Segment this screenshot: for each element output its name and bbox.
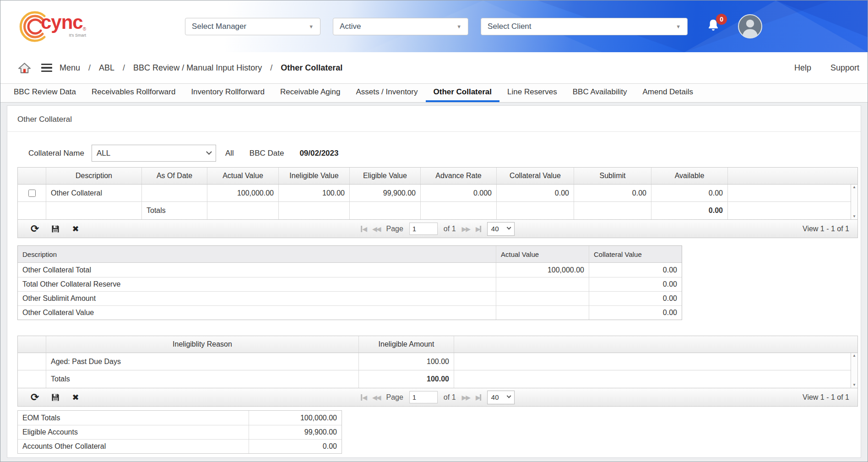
next-page-button[interactable]: ▶▶ (462, 394, 470, 401)
view-range-text: View 1 - 1 of 1 (803, 393, 849, 402)
cell-label: EOM Totals (18, 411, 249, 425)
breadcrumb-separator: / (270, 63, 272, 73)
clear-button[interactable]: ✖ (72, 225, 79, 233)
first-page-button[interactable]: ◀ (361, 225, 366, 233)
cell-advance-rate: 0.000 (421, 185, 497, 201)
page-size-select[interactable]: 40 (487, 391, 515, 404)
grid-scrollbar[interactable]: ▲ ▼ (851, 353, 857, 388)
page-of-label: of 1 (444, 225, 456, 233)
tab-receivable-aging[interactable]: Receivable Aging (272, 84, 348, 102)
col-as-of-date[interactable]: As Of Date (142, 168, 207, 184)
tab-other-collateral[interactable]: Other Collateral (426, 84, 500, 102)
page-size-value: 40 (491, 225, 499, 233)
app-window: cync® It's Smart Select Manager ▼ Active… (0, 0, 868, 462)
col-actual-value: Actual Value (496, 246, 589, 262)
home-button[interactable] (18, 62, 31, 74)
page-size-select[interactable]: 40 (487, 222, 515, 236)
refresh-button[interactable]: ⟳ (31, 392, 39, 402)
user-avatar[interactable] (738, 14, 762, 38)
menu-toggle-button[interactable] (41, 64, 52, 72)
ineligibility-grid-header: Ineligiblity Reason Ineligible Amount (18, 336, 857, 353)
page-input[interactable] (409, 223, 438, 235)
cell-actual-value (496, 277, 589, 291)
tab-inventory-rollforward[interactable]: Inventory Rollforward (183, 84, 272, 102)
prev-page-button[interactable]: ◀◀ (372, 394, 380, 401)
cell-description: Other Collateral (46, 185, 142, 201)
tab-line-reserves[interactable]: Line Reserves (499, 84, 565, 102)
page-input[interactable] (409, 391, 438, 403)
save-button[interactable] (51, 224, 60, 234)
summary-table: Description Actual Value Collateral Valu… (17, 245, 682, 320)
other-collateral-panel: Other Collateral Collateral Name ALL All… (7, 105, 861, 458)
tab-assets-inventory[interactable]: Assets / Inventory (348, 84, 425, 102)
col-advance-rate[interactable]: Advance Rate (421, 168, 497, 184)
scroll-down-icon[interactable]: ▼ (852, 215, 856, 218)
eom-totals-table: EOM Totals 100,000.00 Eligible Accounts … (17, 410, 342, 454)
col-description[interactable]: Description (46, 168, 142, 184)
refresh-button[interactable]: ⟳ (31, 224, 39, 234)
breadcrumb-item-bbc-review[interactable]: BBC Review / Manual Input History (133, 63, 262, 73)
col-collateral-value: Collateral Value (589, 246, 682, 262)
manager-select[interactable]: Select Manager ▼ (185, 18, 320, 35)
tab-amend-details[interactable]: Amend Details (635, 84, 701, 102)
col-sublimit[interactable]: Sublimit (574, 168, 651, 184)
col-actual-value[interactable]: Actual Value (207, 168, 279, 184)
tab-bbc-review-data[interactable]: BBC Review Data (6, 84, 84, 102)
all-label: All (225, 149, 234, 158)
col-ineligible-value[interactable]: Ineligible Value (279, 168, 350, 184)
first-page-button[interactable]: ◀ (361, 394, 366, 401)
next-page-button[interactable]: ▶▶ (462, 225, 470, 233)
cell-collateral-value: 0.00 (497, 185, 574, 201)
scroll-up-icon[interactable]: ▲ (852, 185, 856, 189)
breadcrumb-item-abl[interactable]: ABL (99, 63, 114, 73)
help-link[interactable]: Help (794, 63, 811, 73)
section-tabs: BBC Review Data Receivables Rollforward … (0, 84, 868, 103)
prev-page-button[interactable]: ◀◀ (372, 225, 380, 233)
table-row: Total Other Collateral Reserve 0.00 (18, 277, 682, 291)
table-row: Accounts Other Collateral 0.00 (18, 439, 342, 453)
grid-scrollbar[interactable]: ▲ ▼ (851, 185, 857, 219)
cell-actual-value (496, 306, 589, 320)
filter-row: Collateral Name ALL All BBC Date 09/02/2… (28, 145, 861, 162)
cell-collateral-value: 0.00 (589, 277, 682, 291)
collateral-name-select[interactable]: ALL (92, 145, 216, 162)
ineligibility-grid-pager: ⟳ ✖ (17, 388, 858, 407)
scroll-up-icon[interactable]: ▲ (852, 354, 856, 358)
client-select[interactable]: Select Client ▼ (481, 18, 688, 35)
notifications-button[interactable]: 0 (706, 18, 721, 35)
tab-bbc-availability[interactable]: BBC Availability (565, 84, 635, 102)
tab-receivables-rollforward[interactable]: Receivables Rollforward (84, 84, 183, 102)
save-button[interactable] (51, 393, 60, 402)
col-filler (728, 168, 857, 184)
chevron-down-icon (506, 394, 511, 398)
table-row: Other Sublimit Amount 0.00 (18, 291, 682, 305)
support-link[interactable]: Support (830, 63, 859, 73)
breadcrumb-menu[interactable]: Menu (60, 63, 80, 73)
scroll-down-icon[interactable]: ▼ (852, 383, 856, 387)
last-page-button[interactable]: ▶ (476, 225, 481, 233)
cell-collateral-value: 0.00 (589, 263, 682, 277)
table-row: Other Collateral Value 0.00 (18, 305, 682, 320)
cync-logo[interactable]: cync® It's Smart (17, 9, 86, 44)
table-row: EOM Totals 100,000.00 (18, 411, 342, 425)
col-ineligibility-reason[interactable]: Ineligiblity Reason (46, 336, 359, 353)
page-size-value: 40 (491, 393, 499, 401)
col-collateral-value[interactable]: Collateral Value (497, 168, 574, 184)
row-checkbox[interactable] (28, 190, 36, 197)
pager-controls: ◀ ◀◀ Page of 1 ▶▶ ▶ 40 (361, 222, 515, 236)
view-range-text: View 1 - 1 of 1 (803, 225, 849, 233)
cell-actual-value: 100,000.00 (207, 185, 279, 201)
last-page-button[interactable]: ▶ (476, 394, 481, 401)
collateral-grid: Description As Of Date Actual Value Inel… (17, 167, 858, 220)
clear-button[interactable]: ✖ (72, 393, 79, 402)
col-eligible-value[interactable]: Eligible Value (350, 168, 421, 184)
cell-available: 0.00 (651, 185, 728, 201)
totals-amount: 100.00 (359, 370, 454, 388)
col-ineligible-amount[interactable]: Ineligible Amount (359, 336, 454, 353)
brand-tagline: It's Smart (41, 33, 86, 38)
cell-ineligible-value: 100.00 (279, 185, 350, 201)
totals-available: 0.00 (651, 202, 728, 219)
status-select[interactable]: Active ▼ (333, 18, 468, 35)
col-available[interactable]: Available (651, 168, 728, 184)
breadcrumb: Menu / ABL / BBC Review / Manual Input H… (0, 52, 868, 84)
